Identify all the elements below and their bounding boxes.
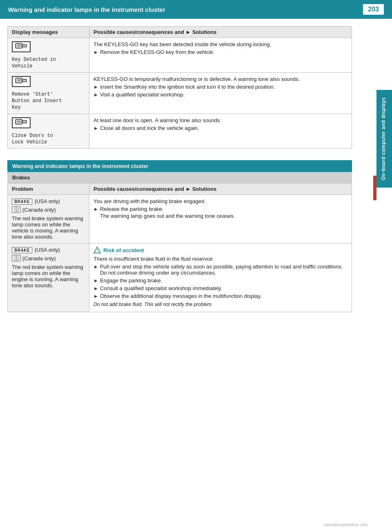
top-table-col1-header: Display messages [8,27,89,38]
header-bar: Warning and indicator lamps in the instr… [0,0,392,19]
solution-cell-1: You are driving with the parking brake e… [89,195,352,244]
solution-bullet-2-2: ► Engage the parking brake. [94,277,347,284]
display-text-2: Remove 'Start'Button and InsertKey [12,92,62,110]
display-text-1: Key Detected inVehicle [12,57,56,69]
table-row: BRAKE (USA only) ⓘ (Canada only) The red… [8,244,352,312]
problem-desc-1: The red brake system warning lamp comes … [12,215,83,240]
arrow-icon: ► [94,84,98,90]
causes-cell-1: The KEYLESS-GO key has been detected ins… [89,38,352,73]
arrow-icon: ► [94,92,98,98]
arrow-icon: ► [94,293,98,299]
solution-bullet-2-1: ► Pull over and stop the vehicle safely … [94,264,347,276]
canada-label-2: (Canada only) [22,255,56,262]
canada-badge-1: ⓘ [12,206,21,213]
table-row: Remove 'Start'Button and InsertKey KEYLE… [8,73,352,114]
svg-rect-4 [18,79,20,81]
problem-cell-2: BRAKE (USA only) ⓘ (Canada only) The red… [8,244,89,312]
side-tab-label: On-board computer and displays [376,90,392,188]
section-header: Warning and indicator lamps in the instr… [7,160,352,172]
solution-bullet-2-4: ► Observe the additional display message… [94,293,347,299]
display-cell-2: Remove 'Start'Button and InsertKey [8,73,89,114]
keyless-icon-1 [12,41,31,52]
table-row: Close Doors toLock Vehicle At least one … [8,114,352,149]
arrow-icon: ► [94,278,98,284]
display-messages-table: Display messages Possible causes/consequ… [7,26,352,149]
causes-cell-2: KEYLESS-GO is temporarily malfunctioning… [89,73,352,114]
causes-cell-3: At least one door is open. A warning ton… [89,114,352,149]
arrow-icon: ► [94,264,98,270]
problem-col1-header: Problem [8,183,89,195]
risk-warning-header: ! Risk of accident [94,247,347,253]
display-text-3: Close Doors toLock Vehicle [12,133,53,145]
solution-bullet-1-1: ► Release the parking brake. [94,206,347,212]
cause-text-3: At least one door is open. A warning ton… [94,117,347,123]
arrow-icon: ► [94,206,98,212]
watermark: carmanualsonline.info [324,522,368,527]
svg-rect-5 [22,79,27,82]
brake-badge-1: BRAKE [12,199,32,205]
problem-cell-1: BRAKE (USA only) ⓘ (Canada only) The red… [8,195,89,244]
display-cell-1: Key Detected inVehicle [8,38,89,73]
cause-p-2: There is insufficient brake fluid in the… [94,256,347,262]
section-marker [373,176,376,200]
canada-badge-2: ⓘ [12,255,21,262]
footer-note: Do not add brake fluid. This will not re… [94,302,347,307]
arrow-icon: ► [94,125,98,131]
solution-2-1: ► Insert the SmartKey into the ignition … [94,84,347,90]
top-table-col2-header: Possible causes/consequences and ► Solut… [89,27,352,38]
main-content: Display messages Possible causes/consequ… [0,19,376,320]
cause-text-1: The KEYLESS-GO key has been detected ins… [94,41,347,47]
solution-1-1: ► Remove the KEYLESS-GO key from the veh… [94,49,347,55]
keyless-icon-2 [12,76,31,87]
solution-bullet-2-3: ► Consult a qualified specialist worksho… [94,285,347,291]
problem-table: Problem Possible causes/consequences and… [7,183,352,312]
cause-p-1: You are driving with the parking brake e… [94,198,347,204]
solution-3-1: ► Close all doors and lock the vehicle a… [94,125,347,131]
header-title: Warning and indicator lamps in the instr… [8,6,165,13]
canada-label-1: (Canada only) [22,207,56,213]
problem-desc-2: The red brake system warning lamp comes … [12,264,83,288]
warning-triangle-icon: ! [94,247,101,253]
table-row: Key Detected inVehicle The KEYLESS-GO ke… [8,38,352,73]
svg-text:!: ! [97,249,98,253]
keyless-icon-3 [12,117,31,128]
svg-rect-7 [18,121,20,123]
subsection-header: Brakes [7,172,352,183]
solution-note-1: The warning lamp goes out and the warnin… [100,213,347,219]
svg-rect-1 [18,45,20,47]
cause-text-2: KEYLESS-GO is temporarily malfunctioning… [94,76,347,82]
page-number: 203 [363,4,384,15]
svg-rect-8 [22,121,27,123]
brake-badge-2: BRAKE [12,247,32,253]
table-row: BRAKE (USA only) ⓘ (Canada only) The red… [8,195,352,244]
risk-of-accident-label: Risk of accident [103,247,144,253]
arrow-icon: ► [94,49,98,55]
arrow-icon: ► [94,286,98,291]
usa-label-2: (USA only) [35,247,60,253]
solution-cell-2: ! Risk of accident There is insufficient… [89,244,352,312]
svg-rect-2 [22,45,27,47]
problem-col2-header: Possible causes/consequences and ► Solut… [89,183,352,195]
solution-2-2: ► Visit a qualified specialist workshop. [94,92,347,98]
display-cell-3: Close Doors toLock Vehicle [8,114,89,149]
usa-label-1: (USA only) [35,198,60,204]
